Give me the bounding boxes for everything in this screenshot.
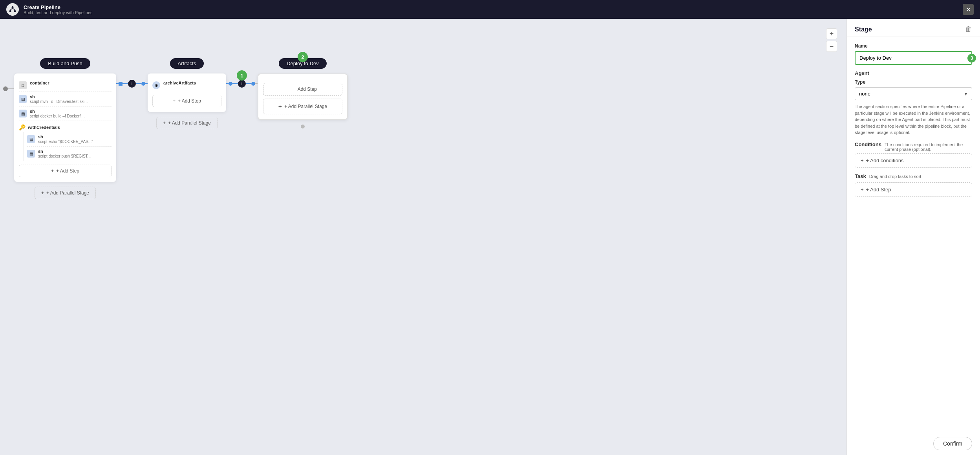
key-icon: 🔑 [19, 124, 26, 130]
add-parallel-label-2: + Add Parallel Stage [168, 120, 211, 126]
badge-1: 1 [237, 70, 247, 81]
step-type-shn1: sh [38, 134, 93, 139]
task-row: Task Drag and drop tasks to sort [855, 173, 972, 179]
add-step-label-2: + Add Step [178, 98, 201, 104]
step-container: □ container [19, 78, 112, 92]
canvas-controls: + − [826, 28, 837, 52]
name-input[interactable] [855, 51, 972, 65]
dot-left-2 [229, 82, 232, 86]
add-parallel-inline-btn[interactable]: + + Add Parallel Stage [263, 99, 342, 114]
type-select[interactable]: none any label docker dockerfile [855, 87, 972, 100]
add-step-btn-3[interactable]: + + Add Step [263, 83, 342, 95]
step-sh-1[interactable]: ▤ sh script mvn –o –Dmaven.test.ski... [19, 92, 112, 106]
step-detail-shn2: script docker push $REGIST... [38, 154, 91, 158]
name-badge: 3 [967, 54, 976, 62]
with-creds-label: withCredentials [28, 125, 60, 130]
step-type-sh2: sh [30, 109, 85, 114]
zoom-out-button[interactable]: − [826, 41, 837, 52]
start-line [8, 88, 14, 89]
step-archive[interactable]: ⚙ archiveArtifacts [152, 78, 221, 92]
dot-right-2 [251, 82, 255, 86]
stage-deploy-to-dev: 2 Deploy to Dev + + Add Step + + Add Par… [258, 58, 348, 128]
add-step-label-1: + Add Step [56, 168, 79, 174]
svg-point-0 [12, 6, 14, 8]
panel-body: Name 3 Agent Type none any label docker … [847, 37, 980, 432]
conditions-description: The conditions required to implement the… [885, 142, 972, 152]
stage-build-and-push: Build and Push □ container ▤ sh [14, 58, 116, 199]
panel-footer: Confirm [847, 432, 980, 455]
right-panel: Stage 🗑 Name 3 Agent Type none any label… [847, 19, 980, 455]
svg-line-3 [10, 8, 13, 10]
type-label: Type [855, 79, 972, 85]
connector-2: 1 + [226, 80, 258, 88]
step-detail-sh2: script docker build –f Dockerfi... [30, 114, 85, 118]
header: Create Pipeline Build, test and deploy w… [0, 0, 980, 19]
header-title: Create Pipeline [24, 4, 93, 10]
agent-description: The agent section specifies where the en… [855, 103, 972, 136]
canvas: + − Build and Push □ container [0, 19, 847, 455]
svg-line-4 [13, 8, 15, 10]
step-detail-shn1: script echo "$DOCKER_PAS..." [38, 139, 93, 144]
badge-2: 2 [298, 52, 308, 62]
name-field-wrap: 3 [855, 51, 972, 65]
step-sh-2[interactable]: ▤ sh script docker build –f Dockerfi... [19, 106, 112, 121]
step-type-archive: archiveArtifacts [163, 81, 196, 85]
start-dot [3, 86, 8, 91]
step-type-shn2: sh [38, 149, 91, 154]
panel-title: Stage [855, 26, 872, 33]
add-conditions-label: + Add conditions [866, 158, 904, 163]
container-icon: □ [19, 81, 27, 89]
stage-1-label: Build and Push [40, 58, 90, 69]
step-type: container [30, 81, 49, 85]
svg-point-1 [9, 10, 11, 12]
add-step-panel-button[interactable]: + + Add Step [855, 182, 972, 197]
panel-header: Stage 🗑 [847, 19, 980, 37]
add-parallel-btn-2[interactable]: + + Add Parallel Stage [156, 117, 218, 129]
end-dot [301, 125, 305, 128]
dot-right-1 [141, 82, 145, 86]
close-button[interactable]: ✕ [963, 4, 974, 15]
add-conditions-button[interactable]: + + Add conditions [855, 153, 972, 168]
step-sh-nested-2[interactable]: ▤ sh script docker push $REGIST... [27, 147, 112, 161]
stage-1-card: □ container ▤ sh script mvn –o –Dmaven.t… [14, 73, 116, 182]
with-credentials: 🔑 withCredentials [19, 121, 112, 132]
delete-button[interactable]: 🗑 [965, 25, 972, 33]
plus-icon-3: + [289, 86, 291, 92]
add-step-btn-1[interactable]: + + Add Step [19, 165, 112, 177]
step-sh-nested-1[interactable]: ▤ sh script echo "$DOCKER_PAS..." [27, 132, 112, 147]
confirm-button[interactable]: Confirm [933, 437, 972, 450]
stage-2-card: ⚙ archiveArtifacts + + Add Step [148, 73, 226, 112]
sh-icon-1: ▤ [19, 95, 27, 103]
nested-steps: ▤ sh script echo "$DOCKER_PAS..." ▤ sh s… [24, 132, 112, 161]
archive-icon: ⚙ [152, 81, 160, 89]
step-type-sh1: sh [30, 94, 88, 99]
plus-icon-parallel-1: + [41, 190, 44, 196]
add-parallel-inline-label: + Add Parallel Stage [284, 104, 327, 109]
svg-point-2 [14, 10, 16, 12]
sh-icon-n1: ▤ [27, 135, 35, 143]
add-stage-btn-1[interactable]: + [128, 80, 136, 88]
plus-icon-1: + [51, 168, 54, 174]
stage-artifacts: Artifacts ⚙ archiveArtifacts + + Add Ste… [148, 58, 226, 129]
add-step-label-3: + Add Step [294, 86, 317, 92]
task-title: Task [855, 173, 866, 179]
zoom-in-button[interactable]: + [826, 28, 837, 39]
type-select-wrap: none any label docker dockerfile ▼ [855, 87, 972, 100]
add-step-btn-2[interactable]: + + Add Step [152, 95, 221, 107]
stage-2-label: Artifacts [170, 58, 204, 69]
conditions-title: Conditions [855, 141, 881, 147]
header-text: Create Pipeline Build, test and deploy w… [24, 4, 93, 15]
agent-section-title: Agent [855, 70, 972, 76]
add-stage-btn-2[interactable]: + [238, 80, 246, 88]
name-label: Name [855, 43, 972, 49]
main-layout: + − Build and Push □ container [0, 19, 980, 455]
stage-3-card[interactable]: + + Add Step + + Add Parallel Stage [258, 73, 348, 120]
plus-icon-2: + [173, 98, 176, 104]
plus-icon-conditions: + [861, 158, 864, 163]
add-parallel-btn-1[interactable]: + + Add Parallel Stage [35, 187, 96, 199]
dot-left-1 [119, 82, 122, 86]
app-logo [6, 3, 19, 16]
sh-icon-2: ▤ [19, 110, 27, 117]
plus-icon-parallel-inline: + [278, 103, 282, 110]
sh-icon-n2: ▤ [27, 150, 35, 158]
